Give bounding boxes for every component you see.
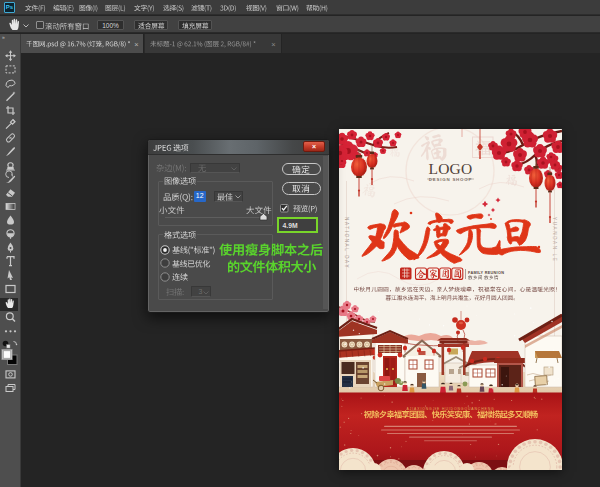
svg-text:YUANDAN LE: YUANDAN LE [552, 217, 557, 262]
svg-text:LOGO: LOGO [429, 160, 473, 177]
svg-text:NATIONAL DAY: NATIONAL DAY [344, 217, 349, 269]
svg-text:FAMILY REUNION: FAMILY REUNION [468, 271, 504, 275]
svg-text:AJIAXIONGJIE HUIDONGQUANCHENG: AJIAXIONGJIE HUIDONGQUANCHENG [406, 407, 494, 411]
svg-text:DESIGN SHOOP: DESIGN SHOOP [429, 177, 473, 182]
